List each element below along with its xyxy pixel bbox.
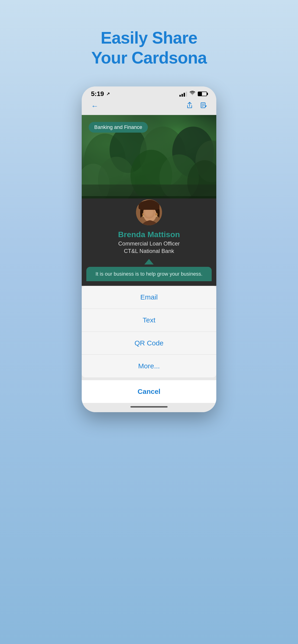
tagline-text: It is our business is to help grow your … (95, 271, 202, 277)
tagline-area: It is our business is to help grow your … (86, 267, 212, 281)
back-button[interactable]: ← (91, 102, 98, 110)
svg-point-21 (146, 212, 148, 214)
page-title: Easily Share Your Cardsona (91, 28, 207, 68)
card-area: Banking and Finance (82, 115, 216, 286)
avatar (135, 198, 163, 226)
home-bar (130, 406, 168, 408)
svg-point-26 (143, 215, 144, 217)
home-indicator (82, 403, 216, 412)
action-text[interactable]: Text (82, 309, 216, 332)
title-line2: Your Cardsona (91, 48, 207, 68)
svg-point-23 (149, 214, 151, 216)
title-line1: Easily Share (91, 28, 207, 48)
nav-bar: ← (82, 100, 216, 115)
card-background: Banking and Finance (82, 115, 216, 212)
status-bar: 5:19 ↗ (82, 86, 216, 100)
expand-indicator (82, 259, 216, 264)
signal-icon (179, 91, 187, 97)
edit-button[interactable] (200, 102, 207, 110)
card-profile: Brenda Mattison Commercial Loan Officer … (82, 198, 216, 286)
battery-icon (198, 92, 207, 96)
person-name: Brenda Mattison (82, 230, 216, 239)
avatar-wrapper (82, 198, 216, 226)
status-time: 5:19 ↗ (91, 90, 110, 98)
person-company: CT&L National Bank (82, 248, 216, 254)
svg-point-20 (143, 207, 156, 222)
location-icon: ↗ (106, 91, 110, 96)
nav-actions (186, 102, 207, 110)
action-email[interactable]: Email (82, 286, 216, 309)
share-button[interactable] (186, 102, 193, 110)
svg-point-22 (152, 212, 154, 214)
svg-point-27 (156, 215, 157, 217)
wifi-icon (189, 91, 195, 97)
action-more[interactable]: More... (82, 355, 216, 378)
person-title: Commercial Loan Officer (82, 240, 216, 247)
status-icons (179, 91, 207, 97)
phone-mockup: 5:19 ↗ ← (82, 86, 216, 412)
cancel-button[interactable]: Cancel (82, 380, 216, 403)
action-sheet: Email Text QR Code More... (82, 286, 216, 378)
action-qr-code[interactable]: QR Code (82, 332, 216, 355)
category-badge: Banking and Finance (89, 122, 148, 132)
